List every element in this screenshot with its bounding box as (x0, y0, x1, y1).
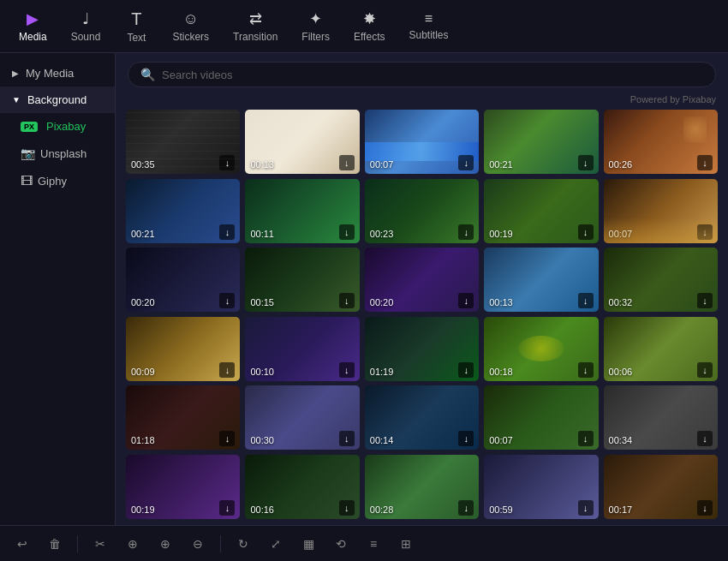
stickers-icon: ☺ (183, 10, 199, 28)
video-thumb[interactable]: 01:19↓ (365, 317, 479, 381)
nav-label-subtitles: Subtitles (409, 29, 448, 41)
download-button[interactable]: ↓ (578, 431, 594, 446)
video-thumb[interactable]: 00:30↓ (245, 385, 359, 450)
download-button[interactable]: ↓ (697, 431, 713, 446)
download-button[interactable]: ↓ (339, 500, 355, 516)
download-button[interactable]: ↓ (697, 293, 713, 308)
download-button[interactable]: ↓ (219, 293, 235, 308)
video-thumb[interactable]: 00:11↓ (245, 179, 359, 243)
nav-item-text[interactable]: T Text (112, 4, 160, 49)
zoom-in-button[interactable]: ⊕ (153, 532, 177, 556)
powered-by: Powered by Pixabay (116, 94, 728, 108)
video-thumb[interactable]: 00:32↓ (604, 248, 718, 312)
content-area: 🔍 Powered by Pixabay 00:35↓00:13↓00:07↓0… (116, 53, 728, 525)
download-button[interactable]: ↓ (339, 362, 355, 378)
cut-button[interactable]: ✂ (88, 532, 112, 556)
download-button[interactable]: ↓ (458, 224, 474, 240)
search-input[interactable] (162, 69, 703, 81)
nav-item-transition[interactable]: ⇄ Transition (221, 4, 289, 48)
zoom-out-button[interactable]: ⊖ (186, 532, 210, 556)
download-button[interactable]: ↓ (219, 431, 235, 446)
sidebar-label-unsplash: Unsplash (40, 147, 87, 160)
video-thumb[interactable]: 00:10↓ (245, 317, 359, 381)
sidebar-item-background[interactable]: ▼ Background (0, 87, 115, 113)
expand-button[interactable]: ⤢ (264, 532, 288, 556)
list-button[interactable]: ≡ (361, 532, 385, 556)
video-thumb[interactable]: 00:09↓ (126, 317, 240, 381)
download-button[interactable]: ↓ (458, 362, 474, 378)
video-thumb[interactable]: 00:21↓ (126, 179, 240, 243)
download-button[interactable]: ↓ (578, 500, 594, 516)
video-thumb[interactable]: 00:17↓ (604, 455, 718, 519)
sidebar-item-pixabay[interactable]: PX Pixabay (0, 113, 115, 140)
download-button[interactable]: ↓ (219, 224, 235, 240)
video-duration: 00:26 (609, 159, 633, 170)
video-thumb[interactable]: 00:26↓ (604, 110, 718, 174)
download-button[interactable]: ↓ (219, 155, 235, 170)
download-button[interactable]: ↓ (578, 224, 594, 240)
video-thumb[interactable]: 00:16↓ (245, 455, 359, 519)
nav-item-stickers[interactable]: ☺ Stickers (160, 5, 221, 48)
toolbar-separator-2 (220, 535, 221, 552)
video-thumb[interactable]: 00:35↓ (126, 110, 240, 174)
download-button[interactable]: ↓ (578, 293, 594, 308)
download-button[interactable]: ↓ (578, 362, 594, 378)
download-button[interactable]: ↓ (339, 155, 355, 170)
download-button[interactable]: ↓ (219, 500, 235, 516)
download-button[interactable]: ↓ (339, 224, 355, 240)
sidebar-label-giphy: Giphy (38, 175, 67, 188)
video-duration: 00:30 (250, 435, 274, 445)
add-button[interactable]: ⊕ (121, 532, 145, 556)
video-duration: 00:13 (489, 297, 513, 307)
download-button[interactable]: ↓ (339, 431, 355, 446)
download-button[interactable]: ↓ (458, 500, 474, 516)
download-button[interactable]: ↓ (697, 500, 713, 516)
video-thumb[interactable]: 00:07↓ (365, 110, 479, 174)
undo-button[interactable]: ↩ (10, 532, 34, 556)
video-thumb[interactable]: 00:23↓ (365, 179, 479, 243)
download-button[interactable]: ↓ (458, 293, 474, 308)
video-thumb[interactable]: 00:34↓ (604, 385, 718, 450)
download-button[interactable]: ↓ (458, 431, 474, 446)
video-thumb[interactable]: 00:59↓ (484, 455, 598, 519)
video-thumb[interactable]: 00:18↓ (484, 317, 598, 381)
video-thumb[interactable]: 00:13↓ (484, 248, 598, 312)
refresh-button[interactable]: ⟲ (329, 532, 353, 556)
bottom-toolbar: ↩ 🗑 ✂ ⊕ ⊕ ⊖ ↻ ⤢ ▦ ⟲ ≡ ⊞ (0, 525, 728, 561)
download-button[interactable]: ↓ (219, 362, 235, 378)
video-duration: 00:16 (250, 504, 274, 515)
sidebar-item-unsplash[interactable]: 📷 Unsplash (0, 140, 115, 167)
sidebar-item-my-media[interactable]: ▶ My Media (0, 60, 115, 87)
video-thumb[interactable]: 00:20↓ (365, 248, 479, 312)
video-thumb[interactable]: 00:21↓ (484, 110, 598, 174)
video-thumb[interactable]: 00:19↓ (484, 179, 598, 243)
download-button[interactable]: ↓ (339, 293, 355, 308)
video-thumb[interactable]: 00:19↓ (126, 455, 240, 519)
delete-button[interactable]: 🗑 (43, 532, 67, 556)
grid-button[interactable]: ▦ (296, 532, 320, 556)
rotate-button[interactable]: ↻ (231, 532, 255, 556)
sidebar-item-giphy[interactable]: 🎞 Giphy (0, 167, 115, 194)
download-button[interactable]: ↓ (697, 224, 713, 240)
video-thumb[interactable]: 00:13↓ (245, 110, 359, 174)
video-thumb[interactable]: 00:15↓ (245, 248, 359, 312)
nav-item-effects[interactable]: ✸ Effects (342, 4, 397, 48)
video-thumb[interactable]: 01:18↓ (126, 385, 240, 450)
video-thumb[interactable]: 00:20↓ (126, 248, 240, 312)
video-duration: 00:15 (250, 297, 274, 307)
nav-item-media[interactable]: ▶ Media (7, 4, 59, 48)
nav-item-filters[interactable]: ✦ Filters (289, 4, 342, 48)
video-thumb[interactable]: 00:28↓ (365, 455, 479, 519)
video-thumb[interactable]: 00:14↓ (365, 385, 479, 450)
download-button[interactable]: ↓ (458, 155, 474, 170)
video-thumb[interactable]: 00:07↓ (604, 179, 718, 243)
download-button[interactable]: ↓ (697, 362, 713, 378)
video-duration: 00:17 (609, 504, 633, 515)
download-button[interactable]: ↓ (697, 155, 713, 170)
nav-item-subtitles[interactable]: ≡ Subtitles (397, 6, 460, 46)
video-thumb[interactable]: 00:07↓ (484, 385, 598, 450)
download-button[interactable]: ↓ (578, 155, 594, 170)
layout-button[interactable]: ⊞ (394, 532, 418, 556)
nav-item-sound[interactable]: ♩ Sound (59, 4, 113, 48)
video-thumb[interactable]: 00:06↓ (604, 317, 718, 381)
